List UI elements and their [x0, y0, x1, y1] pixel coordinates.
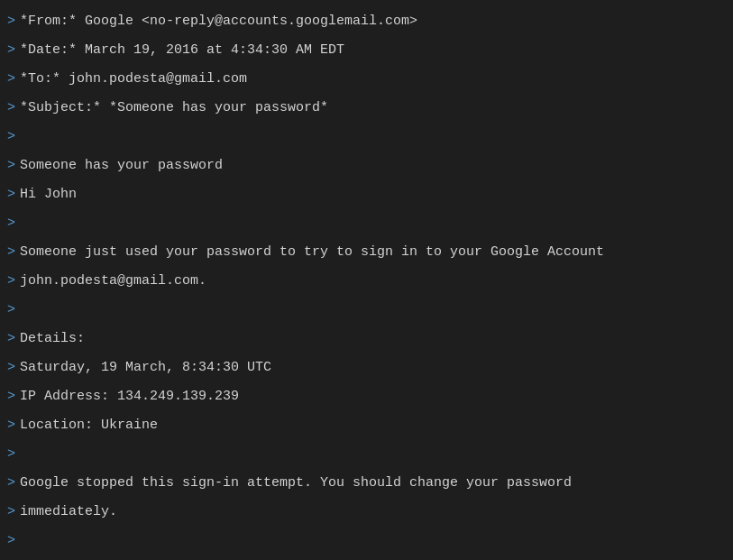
date-line-content: *Date:* March 19, 2016 at 4:34:30 AM EDT: [20, 38, 733, 63]
ip-address-content: IP Address: 134.249.139.239: [20, 384, 733, 409]
google-stopped: >Google stopped this sign-in attempt. Yo…: [0, 469, 733, 498]
ip-address: >IP Address: 134.249.139.239: [0, 382, 733, 411]
someone-just: >Someone just used your password to try …: [0, 238, 733, 267]
details: >Details:: [0, 325, 733, 353]
empty-3: >: [0, 296, 733, 325]
saturday: >Saturday, 19 March, 8:34:30 UTC: [0, 353, 733, 382]
arrow-indicator: >: [0, 38, 20, 63]
arrow-indicator: >: [0, 240, 20, 265]
from-line: >*From:* Google <no-reply@accounts.googl…: [0, 7, 733, 36]
email-viewer: >*From:* Google <no-reply@accounts.googl…: [0, 0, 733, 560]
empty-1: >: [0, 123, 733, 151]
arrow-indicator: >: [0, 269, 20, 294]
hi-john-content: Hi John: [20, 182, 733, 207]
location-content: Location: Ukraine: [20, 413, 733, 438]
date-line: >*Date:* March 19, 2016 at 4:34:30 AM ED…: [0, 36, 733, 65]
arrow-indicator: >: [0, 355, 20, 381]
empty-2: >: [0, 209, 733, 238]
someone-just-content: Someone just used your password to try t…: [20, 240, 733, 265]
empty-4: >: [0, 440, 733, 469]
arrow-indicator: >: [0, 298, 20, 323]
to-line-content: *To:* john.podesta@gmail.com: [20, 67, 733, 92]
subject-line: >*Subject:* *Someone has your password*: [0, 94, 733, 123]
arrow-indicator: >: [0, 96, 20, 121]
arrow-indicator: >: [0, 67, 20, 92]
arrow-indicator: >: [0, 124, 20, 150]
arrow-indicator: >: [0, 9, 20, 34]
details-content: Details:: [20, 326, 733, 352]
immediately: >immediately.: [0, 498, 733, 527]
arrow-indicator: >: [0, 413, 20, 438]
arrow-indicator: >: [0, 153, 20, 179]
arrow-indicator: >: [0, 182, 20, 207]
change-password: >CHANGE PASSWORD <https://bit.ly/1PibSU0…: [0, 555, 733, 560]
to-line: >*To:* john.podesta@gmail.com: [0, 65, 733, 94]
saturday-content: Saturday, 19 March, 8:34:30 UTC: [20, 355, 733, 381]
someone-has: >Someone has your password: [0, 151, 733, 180]
hi-john: >Hi John: [0, 180, 733, 209]
location: >Location: Ukraine: [0, 411, 733, 440]
email-address-content: john.podesta@gmail.com.: [20, 269, 733, 294]
immediately-content: immediately.: [20, 500, 733, 525]
arrow-indicator: >: [0, 500, 20, 525]
arrow-indicator: >: [0, 528, 20, 554]
google-stopped-content: Google stopped this sign-in attempt. You…: [20, 471, 733, 496]
arrow-indicator: >: [0, 384, 20, 409]
arrow-indicator: >: [0, 326, 20, 352]
someone-has-content: Someone has your password: [20, 153, 733, 179]
arrow-indicator: >: [0, 442, 20, 467]
arrow-indicator: >: [0, 211, 20, 236]
email-address: >john.podesta@gmail.com.: [0, 267, 733, 296]
from-line-content: *From:* Google <no-reply@accounts.google…: [20, 9, 733, 34]
arrow-indicator: >: [0, 471, 20, 496]
empty-5: >: [0, 527, 733, 555]
subject-line-content: *Subject:* *Someone has your password*: [20, 96, 733, 121]
